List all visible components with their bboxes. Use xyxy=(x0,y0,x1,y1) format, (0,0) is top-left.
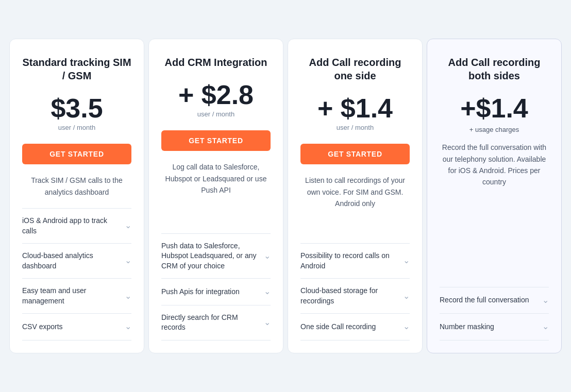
price-section-add-call-recording-both-sides: +$1.4 xyxy=(440,95,549,122)
feature-item[interactable]: iOS & Android app to track calls⌄ xyxy=(22,208,131,243)
feature-list-add-crm-integration: Push data to Salesforce, Hubspot Leadsqu… xyxy=(161,233,271,340)
price-extra-add-call-recording-both-sides: + usage charges xyxy=(440,126,549,133)
price-sub-standard-tracking: user / month xyxy=(22,124,131,131)
card-description-standard-tracking: Track SIM / GSM calls to the analytics d… xyxy=(22,175,131,198)
card-title-add-call-recording-both-sides: Add Call recording both sides xyxy=(440,56,549,82)
chevron-down-icon: ⌄ xyxy=(403,321,410,332)
card-description-add-call-recording-one-side: Listen to call recordings of your own vo… xyxy=(300,175,410,209)
feature-text: Directly search for CRM records xyxy=(161,313,260,333)
price-sub-add-call-recording-one-side: user / month xyxy=(300,124,410,131)
feature-item[interactable]: Possibility to record calls on Android⌄ xyxy=(300,243,410,278)
price-section-add-crm-integration: + $2.8user / month xyxy=(161,81,271,126)
price-main-add-call-recording-one-side: + $1.4 xyxy=(300,95,410,122)
feature-item[interactable]: Push Apis for integration⌄ xyxy=(161,278,271,304)
feature-list-standard-tracking: iOS & Android app to track calls⌄Cloud-b… xyxy=(22,208,131,340)
feature-text: Possibility to record calls on Android xyxy=(300,251,399,271)
get-started-button-add-call-recording-one-side[interactable]: GET STARTED xyxy=(300,144,410,164)
chevron-down-icon: ⌄ xyxy=(403,255,410,266)
pricing-card-standard-tracking: Standard tracking SIM / GSM$3.5user / mo… xyxy=(9,39,144,353)
feature-item[interactable]: Record the full conversation⌄ xyxy=(440,287,549,313)
card-title-add-call-recording-one-side: Add Call recording one side xyxy=(300,56,410,82)
feature-text: Easy team and user management xyxy=(22,286,121,306)
feature-item[interactable]: Directly search for CRM records⌄ xyxy=(161,305,271,340)
feature-text: Cloud-based storage for recordings xyxy=(300,286,399,306)
pricing-grid: Standard tracking SIM / GSM$3.5user / mo… xyxy=(7,37,564,355)
chevron-down-icon: ⌄ xyxy=(125,291,131,302)
chevron-down-icon: ⌄ xyxy=(542,295,549,306)
feature-item[interactable]: Cloud-based analytics dashboard⌄ xyxy=(22,243,131,278)
feature-item[interactable]: Number masking⌄ xyxy=(440,313,549,340)
price-main-add-call-recording-both-sides: +$1.4 xyxy=(440,95,549,122)
chevron-down-icon: ⌄ xyxy=(125,220,131,231)
card-description-add-crm-integration: Log call data to Salesforce, Hubspot or … xyxy=(161,161,271,196)
feature-list-add-call-recording-both-sides: Record the full conversation⌄Number mask… xyxy=(440,287,549,340)
chevron-down-icon: ⌄ xyxy=(264,286,271,297)
feature-text: Push data to Salesforce, Hubspot Leadsqu… xyxy=(161,241,260,271)
feature-text: One side Call recording xyxy=(300,322,399,332)
pricing-card-add-crm-integration: Add CRM Integration+ $2.8user / monthGET… xyxy=(148,39,283,353)
feature-text: Record the full conversation xyxy=(440,295,538,305)
chevron-down-icon: ⌄ xyxy=(264,317,271,328)
price-section-add-call-recording-one-side: + $1.4user / month xyxy=(300,95,410,140)
card-title-standard-tracking: Standard tracking SIM / GSM xyxy=(22,56,131,82)
get-started-button-standard-tracking[interactable]: GET STARTED xyxy=(22,144,131,164)
chevron-down-icon: ⌄ xyxy=(125,321,131,332)
card-title-add-crm-integration: Add CRM Integration xyxy=(161,56,271,69)
feature-text: CSV exports xyxy=(22,322,121,332)
feature-list-add-call-recording-one-side: Possibility to record calls on Android⌄C… xyxy=(300,243,410,340)
pricing-card-add-call-recording-one-side: Add Call recording one side+ $1.4user / … xyxy=(288,39,423,353)
price-sub-add-crm-integration: user / month xyxy=(161,110,271,118)
card-description-add-call-recording-both-sides: Record the full conversation with our te… xyxy=(440,142,549,188)
feature-item[interactable]: Push data to Salesforce, Hubspot Leadsqu… xyxy=(161,233,271,279)
feature-item[interactable]: Cloud-based storage for recordings⌄ xyxy=(300,278,410,313)
feature-item[interactable]: One side Call recording⌄ xyxy=(300,313,410,340)
feature-text: Push Apis for integration xyxy=(161,287,260,297)
chevron-down-icon: ⌄ xyxy=(125,255,131,266)
chevron-down-icon: ⌄ xyxy=(264,250,271,262)
feature-text: iOS & Android app to track calls xyxy=(22,216,121,236)
feature-text: Cloud-based analytics dashboard xyxy=(22,251,121,271)
price-main-add-crm-integration: + $2.8 xyxy=(161,81,271,108)
price-section-standard-tracking: $3.5user / month xyxy=(22,95,131,140)
pricing-card-add-call-recording-both-sides: Add Call recording both sides+$1.4+ usag… xyxy=(427,39,562,353)
feature-text: Number masking xyxy=(440,322,538,332)
feature-item[interactable]: CSV exports⌄ xyxy=(22,313,131,340)
chevron-down-icon: ⌄ xyxy=(403,291,410,302)
feature-item[interactable]: Easy team and user management⌄ xyxy=(22,278,131,313)
chevron-down-icon: ⌄ xyxy=(542,321,549,332)
get-started-button-add-crm-integration[interactable]: GET STARTED xyxy=(161,130,271,151)
price-main-standard-tracking: $3.5 xyxy=(22,95,131,122)
